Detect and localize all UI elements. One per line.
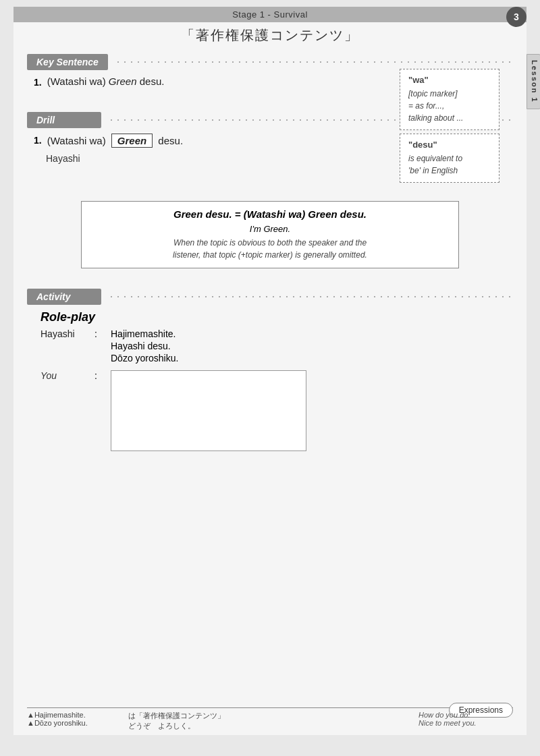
activity-label: Activity [27,289,101,305]
you-input-box[interactable] [111,370,306,451]
key-sentence-section-header: Key Sentence [27,54,513,70]
roleplay-table: Hayashi : Hajimemashite. Hayashi desu. D… [27,328,513,365]
desu-info-box: "desu" is equivalent to 'be' in English [400,134,500,183]
wa-box-title: "wa" [408,75,491,85]
stage-header: Stage 1 - Survival [14,7,526,22]
footer-divider [27,707,513,708]
drill-text: (Watashi wa) Green desu. [47,134,183,148]
wa-line3: talking about ... [408,112,491,124]
footer-right: How do you do. Nice to meet you. [418,711,513,731]
drill-label: Drill [27,112,101,128]
desu-box-body: is equivalent to 'be' in English [408,152,491,177]
hayashi-line1: Hajimemashite. [111,328,178,339]
footer-left: ▲Hajimemashite. ▲Dōzo yoroshiku. [27,711,115,731]
lesson-tab: Lesson 1 [526,54,540,109]
desu-line2: 'be' in English [408,165,491,177]
footer-left-line2: ▲Dōzo yoroshiku. [27,719,115,727]
footer-right-line1: How do you do. [418,711,513,719]
footer-notes: ▲Hajimemashite. ▲Dōzo yoroshiku. は「著作権保護… [27,711,513,731]
activity-content: Role-play Hayashi : Hajimemashite. Hayas… [14,310,526,451]
wa-box-body: [topic marker] = as for..., talking abou… [408,88,491,124]
drill-text-pre: (Watashi wa) [47,135,109,146]
footer-right-line2: Nice to meet you. [418,719,513,727]
you-name: You [40,370,94,381]
desu-line1: is equivalent to [408,152,491,165]
you-colon: : [94,370,104,381]
drill-text-post: desu. [155,135,183,146]
hayashi-line2: Hayashi desu. [111,341,178,351]
roleplay-title: Role-play [27,310,513,324]
key-sentence-text: (Watashi wa) Green desu. [47,76,165,87]
hayashi-line3: Dōzo yoroshiku. [111,353,178,364]
hayashi-colon: : [94,328,104,339]
hayashi-lines: Hajimemashite. Hayashi desu. Dōzo yorosh… [111,328,178,365]
grammar-box: Green desu. = (Watashi wa) Green desu. I… [81,201,459,268]
footer-center-line1: は「著作権保護コンテンツ」 [128,711,405,721]
activity-section-header: Activity [27,289,513,305]
footer-center-line2: どうぞ よろしく。 [128,721,405,731]
grammar-box-subtitle: I'm Green. [92,224,448,234]
dots-divider [115,60,513,64]
ks-green: Green [109,76,137,87]
you-row: You : [27,370,513,451]
key-sentence-label: Key Sentence [27,54,108,70]
wa-line1: [topic marker] [408,88,491,100]
drill-green-box: Green [111,134,153,148]
key-sentence-num: 1. [34,76,42,88]
hayashi-name: Hayashi [40,328,94,339]
page-number: 3 [506,7,526,27]
footer-center: は「著作権保護コンテンツ」 どうぞ よろしく。 [128,711,405,731]
wa-info-box: "wa" [topic marker] = as for..., talking… [400,69,500,130]
japanese-title: 「著作権保護コンテンツ」 [14,22,526,47]
grammar-box-title: Green desu. = (Watashi wa) Green desu. [92,208,448,220]
wa-line2: = as for..., [408,100,491,112]
hayashi-row: Hayashi : Hajimemashite. Hayashi desu. D… [40,328,513,365]
ks-text-post: desu. [137,76,165,87]
ks-text-pre: (Watashi wa) [47,76,109,87]
desu-box-title: "desu" [408,140,491,150]
grammar-box-note: When the topic is obvious to both the sp… [92,237,448,261]
dots-divider-3 [108,295,513,299]
footer-left-line1: ▲Hajimemashite. [27,711,115,719]
drill-num: 1. [34,134,42,146]
